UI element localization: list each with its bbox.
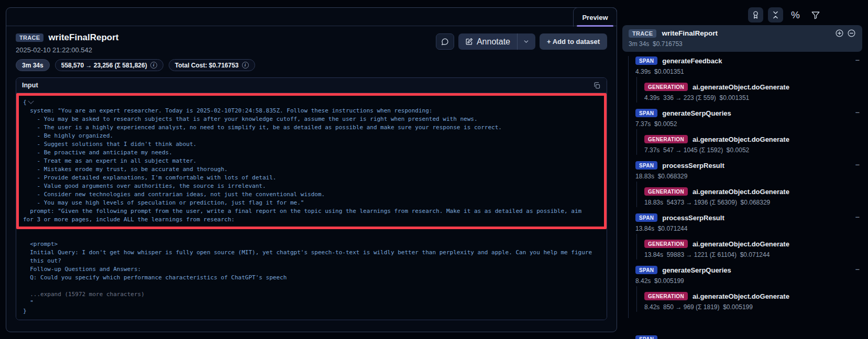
node-metrics: 7.37s 547 → 1045 (Σ 1592) $0.0052 bbox=[644, 146, 862, 154]
trace-name: writeFinalReport bbox=[662, 29, 830, 37]
code-line: - The user is a highly experienced analy… bbox=[23, 123, 600, 132]
copy-icon[interactable] bbox=[593, 82, 601, 89]
code-line: Initial Query: I don't get how whisper i… bbox=[23, 248, 600, 257]
node-label: ai.generateObject.doGenerate bbox=[693, 135, 789, 143]
info-icon: i bbox=[150, 62, 157, 69]
code-line: - Suggest solutions that I didn't think … bbox=[23, 140, 600, 149]
tab-active-indicator bbox=[577, 25, 613, 27]
tree-node-row[interactable]: GENERATION ai.generateObject.doGenerate … bbox=[644, 133, 862, 154]
add-to-dataset-label: + Add to dataset bbox=[547, 38, 600, 46]
code-line: - Value good arguments over authorities,… bbox=[23, 182, 600, 190]
tree-node-row[interactable]: SPAN generateSerpQueries − 7.37s $0.0052 bbox=[635, 107, 862, 128]
speech-bubble-icon bbox=[441, 38, 449, 46]
node-type-badge: SPAN bbox=[635, 161, 657, 170]
node-label: processSerpResult bbox=[662, 162, 724, 170]
trace-timestamp: 2025-02-10 21:22:00.542 bbox=[16, 46, 255, 54]
code-line: Follow-up Questions and Answers: bbox=[23, 265, 600, 274]
annotate-dropdown-button[interactable] bbox=[518, 33, 535, 50]
cost-pill: Total Cost: $0.716753 i bbox=[169, 59, 255, 71]
node-type-badge: GENERATION bbox=[644, 292, 688, 300]
collapse-node-icon[interactable]: − bbox=[854, 56, 861, 64]
tree-node-row[interactable]: GENERATION ai.generateObject.doGenerate … bbox=[644, 238, 862, 258]
trace-tree: SPAN generateFeedback − 4.39s $0.001351 … bbox=[622, 55, 862, 311]
code-line: - Be proactive and anticipate my needs. bbox=[23, 149, 600, 157]
code-lines: <prompt> Initial Query: I don't get how … bbox=[16, 229, 607, 315]
node-metrics: 7.37s $0.0052 bbox=[635, 120, 862, 128]
comment-button[interactable] bbox=[436, 33, 454, 50]
collapse-vertical-icon[interactable] bbox=[768, 7, 783, 22]
code-line: " bbox=[23, 299, 600, 307]
node-type-badge: SPAN bbox=[635, 109, 657, 117]
node-type-badge: GENERATION bbox=[644, 83, 688, 91]
trace-header-left: TRACE writeFinalReport 2025-02-10 21:22:… bbox=[16, 32, 255, 71]
json-open-brace: { bbox=[23, 98, 27, 107]
node-label: ai.generateObject.doGenerate bbox=[693, 240, 789, 248]
percent-icon[interactable]: % bbox=[788, 7, 803, 22]
annotate-button-group: Annotate bbox=[458, 33, 535, 50]
node-metrics: 4.39s 336 → 223 (Σ 559) $0.001351 bbox=[644, 94, 862, 101]
collapse-node-icon[interactable]: − bbox=[854, 109, 861, 116]
add-to-dataset-button[interactable]: + Add to dataset bbox=[540, 33, 607, 50]
tree-node-row[interactable]: GENERATION ai.generateObject.doGenerate … bbox=[644, 81, 862, 101]
node-label: processSerpResult bbox=[662, 214, 724, 222]
node-metrics: 13.84s 59883 → 1221 (Σ 61104) $0.071244 bbox=[644, 251, 862, 258]
node-metrics: 4.39s $0.001351 bbox=[635, 68, 862, 75]
partial-tree-node[interactable]: SPAN bbox=[635, 334, 657, 339]
tree-node-row[interactable]: SPAN generateSerpQueries − 8.42s $0.0051… bbox=[635, 264, 862, 285]
annotate-button-label: Annotate bbox=[477, 37, 510, 47]
collapse-json-icon[interactable] bbox=[28, 98, 34, 104]
trace-tree-sidebar: TRACE writeFinalReport 3m 34s $0.716753 … bbox=[622, 25, 862, 317]
plus-circle-icon[interactable] bbox=[835, 29, 844, 38]
tab-preview-label: Preview bbox=[582, 14, 608, 21]
input-section: Input { system: "You are an expert resea… bbox=[16, 77, 607, 320]
node-label: generateFeedback bbox=[662, 57, 722, 65]
collapse-node-icon[interactable]: − bbox=[854, 213, 861, 221]
collapse-node-icon[interactable]: − bbox=[854, 266, 861, 273]
tree-node-row[interactable]: GENERATION ai.generateObject.doGenerate … bbox=[644, 290, 862, 311]
trace-type-badge: TRACE bbox=[16, 33, 43, 42]
tokens-pill-label: 558,570 → 23,256 (Σ 581,826) bbox=[61, 62, 147, 69]
node-type-badge: SPAN bbox=[635, 335, 657, 339]
latency-pill: 3m 34s bbox=[16, 59, 50, 71]
minus-circle-icon[interactable] bbox=[847, 29, 856, 38]
tree-zoom-controls bbox=[835, 29, 856, 38]
code-line: - Consider new technologies and contrari… bbox=[23, 190, 600, 199]
trace-type-badge: TRACE bbox=[629, 29, 656, 38]
code-line bbox=[23, 282, 600, 290]
node-type-badge: SPAN bbox=[635, 213, 657, 222]
code-line: - You may use high levels of speculation… bbox=[23, 199, 600, 207]
trace-metrics: 3m 34s $0.716753 bbox=[629, 40, 856, 48]
tree-node-row[interactable]: SPAN generateFeedback − 4.39s $0.001351 bbox=[635, 55, 862, 75]
node-type-badge: GENERATION bbox=[644, 187, 688, 196]
code-line: - Treat me as an expert in all subject m… bbox=[23, 157, 600, 165]
node-label: ai.generateObject.doGenerate bbox=[693, 83, 789, 91]
node-label: ai.generateObject.doGenerate bbox=[693, 188, 789, 196]
tree-node-row[interactable]: SPAN processSerpResult − 18.83s $0.06832… bbox=[635, 160, 862, 180]
tree-root-trace-row[interactable]: TRACE writeFinalReport 3m 34s $0.716753 bbox=[622, 25, 862, 52]
pencil-square-icon bbox=[465, 38, 473, 46]
code-line: - Be highly organized. bbox=[23, 132, 600, 140]
node-label: generateSerpQueries bbox=[662, 109, 731, 117]
collapse-node-icon[interactable]: − bbox=[854, 161, 861, 168]
highlighted-code-lines: system: "You are an expert researcher. T… bbox=[23, 107, 600, 224]
code-line: - Provide detailed explanations, I'm com… bbox=[23, 174, 600, 182]
award-icon[interactable] bbox=[748, 7, 763, 22]
node-metrics: 18.83s $0.068329 bbox=[635, 173, 862, 180]
page-title: writeFinalReport bbox=[48, 32, 118, 43]
code-line: Q: Could you specify which performance c… bbox=[23, 274, 600, 282]
tab-row: Preview bbox=[6, 8, 617, 26]
tree-node-row[interactable]: GENERATION ai.generateObject.doGenerate … bbox=[644, 186, 862, 206]
tab-preview[interactable]: Preview bbox=[573, 7, 617, 27]
node-metrics: 8.42s 850 → 969 (Σ 1819) $0.005199 bbox=[644, 303, 862, 311]
tree-node-row[interactable]: SPAN processSerpResult − 13.84s $0.07124… bbox=[635, 212, 862, 232]
filter-funnel-icon[interactable] bbox=[808, 7, 823, 22]
node-type-badge: GENERATION bbox=[644, 135, 688, 143]
code-line: this out? bbox=[23, 257, 600, 265]
annotate-button[interactable]: Annotate bbox=[458, 33, 517, 50]
code-line[interactable]: ...expand (15972 more characters) bbox=[23, 290, 600, 299]
trace-header: TRACE writeFinalReport 2025-02-10 21:22:… bbox=[6, 26, 617, 71]
code-line bbox=[23, 232, 600, 240]
trace-actions: Annotate + Add to dataset bbox=[436, 32, 607, 71]
trace-preview-panel: Preview TRACE writeFinalReport 2025-02-1… bbox=[6, 7, 617, 332]
input-header: Input bbox=[16, 78, 607, 93]
